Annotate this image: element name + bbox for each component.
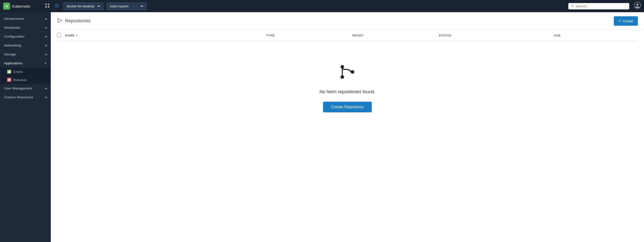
svg-marker-17 [8, 79, 10, 80]
sidebar-item-charts[interactable]: Charts [0, 68, 51, 76]
sidebar-label-configuration: Configuration [4, 35, 24, 38]
svg-rect-5 [55, 4, 59, 5]
svg-rect-1 [45, 4, 47, 5]
chevron-right-icon: ◀ [45, 44, 47, 47]
create-button-label: Create [623, 19, 633, 23]
empty-state-message: No helm repositories found. [319, 89, 375, 95]
col-name-label: NAME [65, 34, 75, 37]
svg-point-0 [6, 7, 7, 8]
col-header-age: AGE [552, 30, 638, 41]
col-header-name: NAME ▼ [63, 30, 264, 41]
svg-line-22 [59, 21, 61, 22]
svg-rect-4 [48, 6, 49, 8]
svg-rect-3 [45, 6, 47, 8]
svg-rect-6 [55, 5, 59, 6]
user-avatar[interactable] [634, 2, 641, 10]
svg-line-9 [573, 7, 574, 8]
sidebar-label-applications: Applications [4, 61, 23, 65]
svg-rect-2 [48, 4, 49, 5]
svg-point-8 [571, 5, 573, 7]
chevron-right-icon: ◀ [45, 17, 47, 20]
table-header-row: NAME ▼ TYPE READY STATUS AGE [57, 30, 638, 41]
sidebar-item-custom-resources[interactable]: Custom Resources ◀ [0, 93, 51, 102]
sort-icon[interactable]: ▼ [76, 34, 78, 37]
sidebar-item-storage[interactable]: Storage ◀ [0, 50, 51, 59]
col-header-status: STATUS [437, 30, 552, 41]
page-header: Repositories + Create [51, 12, 644, 30]
charts-label: Charts [13, 70, 23, 74]
select-all-checkbox[interactable] [57, 33, 61, 37]
charts-icon [7, 70, 11, 74]
sidebar-label-workloads: Workloads [4, 26, 20, 29]
sidebar-label-storage: Storage [4, 52, 16, 56]
apps-grid-icon[interactable] [44, 3, 51, 9]
app-logo: Kubernetic [3, 3, 41, 10]
svg-rect-14 [10, 70, 10, 73]
empty-state: No helm repositories found. Create Repos… [57, 41, 638, 133]
svg-point-18 [58, 18, 59, 19]
releases-label: Releases [13, 78, 27, 82]
svg-point-11 [636, 4, 638, 6]
svg-line-23 [59, 19, 61, 20]
sidebar-item-configuration[interactable]: Configuration ◀ [0, 32, 51, 41]
sidebar-label-custom-resources: Custom Resources [4, 95, 33, 99]
search-icon [571, 4, 574, 8]
namespace-dropdown[interactable]: kube-system default kube-public [106, 2, 147, 10]
repository-icon [57, 18, 62, 24]
svg-rect-13 [9, 71, 10, 73]
search-input[interactable] [576, 4, 627, 8]
sidebar-item-networking[interactable]: Networking ◀ [0, 41, 51, 50]
svg-point-20 [61, 20, 62, 21]
create-repository-label: Create Repository [331, 105, 364, 109]
sidebar-item-releases[interactable]: Releases [0, 76, 51, 84]
svg-rect-15 [8, 80, 10, 80]
chevron-right-icon: ◀ [45, 26, 47, 29]
page-title: Repositories [65, 18, 90, 24]
svg-point-19 [58, 21, 59, 22]
chevron-right-icon: ◀ [45, 35, 47, 38]
svg-rect-7 [55, 7, 59, 7]
col-header-ready: READY [350, 30, 437, 41]
col-header-type: TYPE [264, 30, 350, 41]
releases-icon [7, 78, 11, 82]
sidebar-label-infrastructure: Infrastructure [4, 17, 24, 21]
sidebar-item-infrastructure[interactable]: Infrastructure ◀ [0, 14, 51, 23]
chevron-right-icon: ◀ [45, 53, 47, 56]
empty-state-icon [337, 62, 358, 83]
topbar: Kubernetic docker-for-desktop minikube p… [0, 0, 644, 12]
cluster-dropdown[interactable]: docker-for-desktop minikube production [63, 2, 104, 10]
sidebar: Infrastructure ◀ Workloads ◀ Configurati… [0, 12, 51, 242]
plus-icon: + [618, 18, 621, 24]
title-row: Repositories [57, 18, 90, 24]
list-view-icon[interactable] [53, 3, 60, 9]
sidebar-label-user-management: User Management [4, 86, 32, 90]
search-container [568, 3, 629, 9]
create-repository-button[interactable]: Create Repository [323, 102, 372, 112]
svg-point-25 [341, 65, 344, 69]
svg-point-24 [341, 75, 344, 79]
repositories-table: NAME ▼ TYPE READY STATUS AGE [57, 30, 638, 41]
namespace-select[interactable]: kube-system default kube-public [109, 4, 144, 8]
svg-rect-12 [8, 71, 9, 73]
main-content: Repositories + Create NAME [51, 12, 644, 242]
chevron-right-icon: ◀ [45, 96, 47, 99]
chevron-down-icon: ▼ [44, 62, 47, 65]
cluster-select[interactable]: docker-for-desktop minikube production [66, 4, 101, 8]
sidebar-item-workloads[interactable]: Workloads ◀ [0, 23, 51, 32]
app-name: Kubernetic [12, 4, 30, 8]
sidebar-item-user-management[interactable]: User Management ◀ [0, 84, 51, 93]
applications-submenu: Charts Releases [0, 68, 51, 84]
logo-icon [3, 3, 10, 10]
svg-rect-16 [8, 80, 10, 81]
create-button[interactable]: + Create [614, 16, 638, 26]
chevron-right-icon: ◀ [45, 87, 47, 90]
sidebar-label-networking: Networking [4, 43, 21, 47]
svg-point-26 [351, 70, 354, 74]
sidebar-item-applications[interactable]: Applications ▼ [0, 59, 51, 68]
table-container: NAME ▼ TYPE READY STATUS AGE [51, 30, 644, 242]
